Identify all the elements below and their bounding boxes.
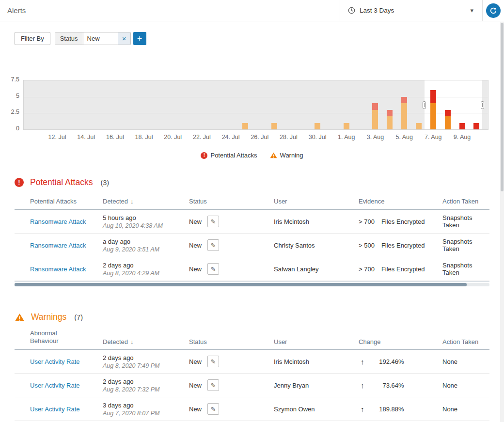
attack-name-link[interactable]: Ransomware Attack	[30, 218, 86, 225]
attack-bar-segment	[387, 110, 393, 116]
x-tick-label: 20. Jul	[164, 134, 182, 141]
filter-chip-value-input[interactable]: New	[83, 32, 118, 45]
user-name: Safwan Langley	[274, 266, 319, 273]
increase-arrow-icon: ↑	[361, 381, 364, 390]
add-filter-button[interactable]: +	[133, 32, 146, 45]
x-tick-label: 5. Aug	[395, 134, 412, 141]
column-header: Status	[189, 338, 207, 345]
pencil-icon: ✎	[211, 266, 216, 273]
alerts-chart: 02.557.5 ! Potential Attacks Warning 12.…	[0, 73, 504, 165]
filter-bar: Filter By Status New × +	[15, 32, 146, 45]
y-tick-label: 5	[0, 93, 19, 99]
warning-name-link[interactable]: User Activity Rate	[30, 406, 80, 413]
column-header-detected[interactable]: Detected ↓	[103, 198, 189, 205]
warning-bar-segment	[445, 116, 451, 129]
attack-bar-segment	[372, 103, 378, 109]
attack-bar-segment	[445, 110, 451, 116]
column-header-detected[interactable]: Detected ↓	[103, 338, 189, 345]
warning-bar-segment	[430, 103, 436, 129]
chart-bar[interactable]	[401, 97, 407, 129]
column-header: User	[274, 338, 287, 345]
detected-absolute: Aug 8, 2020 4:29 AM	[103, 270, 189, 277]
x-tick-label: 30. Jul	[309, 134, 327, 141]
alert-circle-icon: !	[201, 152, 207, 159]
warning-name-link[interactable]: User Activity Rate	[30, 358, 80, 365]
detected-relative: a day ago	[103, 238, 189, 245]
chart-bar[interactable]	[315, 123, 320, 129]
user-name: Iris Mcintosh	[274, 358, 309, 365]
evidence-value: > 500	[359, 242, 375, 249]
edit-status-button[interactable]: ✎	[207, 239, 219, 251]
vertical-scrollbar[interactable]	[500, 22, 504, 422]
gridline	[24, 113, 488, 113]
chart-bar[interactable]	[387, 110, 393, 129]
edit-status-button[interactable]: ✎	[207, 216, 219, 227]
chart-bar[interactable]	[416, 123, 422, 129]
chart-bar[interactable]	[445, 110, 451, 129]
increase-arrow-icon: ↑	[361, 358, 364, 366]
y-tick-label: 2.5	[0, 109, 19, 115]
brush-handle-left[interactable]	[423, 101, 426, 109]
attack-name-link[interactable]: Ransomware Attack	[30, 266, 86, 273]
warning-bar-segment	[271, 123, 277, 129]
edit-status-button[interactable]: ✎	[207, 403, 219, 415]
edit-status-button[interactable]: ✎	[207, 263, 219, 275]
attack-bar-segment	[459, 123, 465, 129]
warning-bar-segment	[315, 123, 320, 129]
pencil-icon: ✎	[211, 358, 216, 365]
close-icon: ×	[122, 34, 126, 43]
brush-handle-right[interactable]	[481, 101, 484, 109]
chart-bar[interactable]	[372, 103, 378, 129]
column-header: Action Taken	[442, 198, 478, 205]
x-tick-label: 14. Jul	[77, 134, 95, 141]
chart-bar[interactable]	[459, 123, 465, 129]
potential-attacks-table: Potential Attacks Detected ↓ Status User…	[15, 195, 489, 281]
refresh-icon	[489, 7, 497, 15]
chart-bar[interactable]	[344, 123, 349, 129]
warning-bar-segment	[344, 123, 349, 129]
x-tick-label: 1. Aug	[338, 134, 355, 141]
warnings-table-header: Abnormal Behaviour Detected ↓ Status Use…	[15, 329, 489, 350]
top-bar: Alerts Last 3 Days ▾	[0, 0, 504, 21]
pencil-icon: ✎	[211, 406, 216, 413]
chart-bar[interactable]	[271, 123, 277, 129]
attack-row: Ransomware Attack2 days agoAug 8, 2020 4…	[15, 257, 489, 281]
edit-status-button[interactable]: ✎	[207, 356, 219, 367]
x-tick-label: 26. Jul	[251, 134, 268, 141]
warning-row: User Activity Rate3 days agoAug 7, 2020 …	[15, 397, 489, 421]
attack-name-link[interactable]: Ransomware Attack	[30, 242, 86, 249]
warnings-table-body: User Activity Rate2 days agoAug 8, 2020 …	[15, 350, 489, 421]
warning-bar-segment	[416, 123, 422, 129]
column-header: Evidence	[359, 198, 384, 205]
warning-name-link[interactable]: User Activity Rate	[30, 382, 80, 389]
x-tick-label: 22. Jul	[193, 134, 211, 141]
column-header: Potential Attacks	[30, 198, 77, 205]
refresh-area	[483, 0, 504, 21]
user-name: Christy Santos	[274, 242, 315, 249]
horizontal-scrollbar[interactable]	[15, 283, 489, 286]
edit-status-button[interactable]: ✎	[207, 379, 219, 391]
chart-bar[interactable]	[242, 123, 248, 129]
attack-row: Ransomware Attacka day agoAug 9, 2020 3:…	[15, 234, 489, 257]
change-percent: 73.64%	[364, 382, 404, 389]
action-taken: Snapshots Taken	[442, 214, 472, 229]
refresh-button[interactable]	[486, 3, 501, 18]
chart-bar[interactable]	[473, 123, 479, 129]
time-range-dropdown[interactable]: Last 3 Days ▾	[340, 0, 483, 21]
column-header: Abnormal Behaviour	[30, 329, 69, 345]
gridline	[24, 97, 488, 97]
remove-filter-button[interactable]: ×	[118, 32, 130, 45]
page-title: Alerts	[0, 0, 340, 21]
legend-label: Potential Attacks	[210, 152, 257, 159]
detected-relative: 2 days ago	[103, 354, 189, 361]
filter-by-button[interactable]: Filter By	[15, 32, 50, 45]
horizontal-scrollbar-thumb[interactable]	[15, 283, 467, 286]
warning-triangle-icon	[15, 313, 25, 322]
pencil-icon: ✎	[211, 242, 216, 249]
x-tick-label: 18. Jul	[135, 134, 153, 141]
section-count: (3)	[100, 179, 109, 187]
alerts-chart-plot[interactable]	[23, 80, 488, 130]
alert-circle-icon: !	[15, 178, 24, 187]
vertical-scrollbar-thumb[interactable]	[501, 23, 504, 191]
chart-bar[interactable]	[430, 90, 436, 129]
